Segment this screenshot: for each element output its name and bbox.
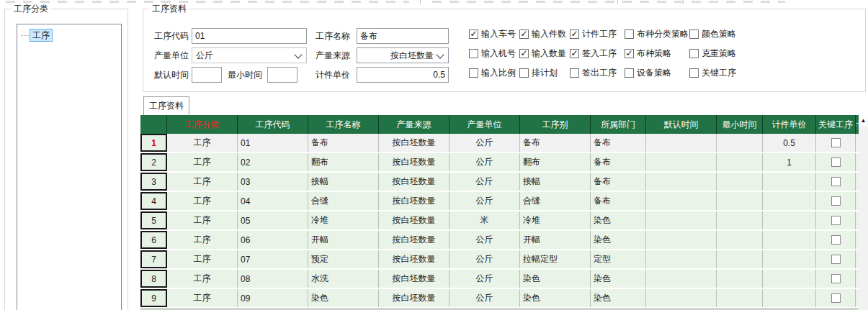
table-cell[interactable]: 备布 [520,134,591,152]
column-header[interactable]: 工序分类 [167,115,238,134]
table-cell[interactable]: 定型 [591,250,646,268]
table-cell[interactable] [816,173,856,191]
table-cell[interactable]: 公斤 [449,250,520,268]
checkbox-icon[interactable] [570,68,579,78]
table-cell[interactable]: 染色 [308,289,379,307]
table-cell[interactable] [816,270,856,288]
table-cell[interactable]: 按白坯数量 [379,134,449,152]
table-cell[interactable] [816,289,856,307]
tree-node-process[interactable]: 工序 [21,29,53,42]
form-checkbox[interactable]: 输入车号 [469,28,516,40]
table-cell[interactable] [717,250,763,268]
key-process-checkbox[interactable] [831,255,841,264]
checkbox-icon[interactable] [519,68,529,78]
table-cell[interactable] [646,289,717,307]
column-header[interactable]: 默认时间 [646,115,717,134]
table-cell[interactable] [717,289,763,307]
table-cell[interactable]: 按白坯数量 [379,231,449,249]
table-cell[interactable]: 0.5 [763,134,816,152]
form-checkbox[interactable]: 输入件数 [519,28,566,40]
table-cell[interactable]: 06 [238,231,308,249]
table-cell[interactable] [717,153,763,171]
table-cell[interactable]: 染色 [520,270,591,288]
form-checkbox[interactable]: 输入数量 [519,47,566,60]
tree-node-label[interactable]: 工序 [30,29,53,42]
key-process-checkbox[interactable] [831,235,841,245]
checkbox-icon[interactable] [469,49,478,58]
vertical-scrollbar[interactable]: ▲ [859,115,868,310]
checkbox-icon[interactable] [570,49,579,58]
table-cell[interactable]: 公斤 [449,289,520,307]
row-number-cell[interactable]: 8 [140,270,167,288]
table-cell[interactable]: 按白坯数量 [379,250,449,268]
column-header[interactable]: 工序名称 [308,115,379,134]
table-cell[interactable]: 工序 [167,211,238,229]
table-cell[interactable]: 染色 [591,289,646,307]
form-checkbox[interactable]: 布种策略 [625,47,671,60]
checkbox-icon[interactable] [570,29,579,39]
category-tree[interactable]: 工序 [17,24,122,310]
form-checkbox[interactable]: 排计划 [519,67,558,79]
table-cell[interactable] [763,192,816,210]
table-cell[interactable]: 备布 [591,134,646,152]
column-header[interactable]: 计件单价 [763,115,816,134]
row-number-cell[interactable]: 9 [140,289,167,307]
min-time-input[interactable] [267,67,297,83]
table-cell[interactable] [816,192,856,210]
table-cell[interactable] [646,192,717,210]
piece-price-input[interactable] [357,67,449,83]
table-cell[interactable]: 按白坯数量 [379,173,449,191]
checkbox-icon[interactable] [689,68,699,78]
column-header[interactable]: 产量来源 [379,115,449,134]
table-cell[interactable]: 工序 [167,134,238,152]
table-cell[interactable]: 工序 [167,270,238,288]
table-cell[interactable]: 公斤 [449,173,520,191]
key-process-checkbox[interactable] [831,138,841,147]
table-cell[interactable]: 公斤 [449,231,520,249]
row-number-cell[interactable]: 7 [140,250,167,268]
table-row[interactable]: 2工序02翻布按白坯数量公斤翻布备布1 [140,153,868,171]
table-cell[interactable]: 水洗 [308,270,379,288]
table-cell[interactable]: 01 [238,134,308,152]
table-cell[interactable] [646,211,717,229]
key-process-checkbox[interactable] [831,196,841,206]
table-cell[interactable] [816,250,856,268]
table-cell[interactable] [763,211,816,229]
table-cell[interactable] [763,173,816,191]
table-row[interactable]: 6工序06开幅按白坯数量公斤开幅染色 [140,231,868,249]
table-cell[interactable]: 染色 [520,289,591,307]
key-process-checkbox[interactable] [831,216,841,225]
table-cell[interactable]: 08 [238,270,308,288]
checkbox-icon[interactable] [469,29,478,39]
table-cell[interactable]: 合缝 [308,192,379,210]
process-name-input[interactable] [357,28,449,44]
table-cell[interactable]: 09 [238,289,308,307]
table-cell[interactable]: 染色 [591,211,646,229]
output-source-select[interactable]: 按白坯数量 [357,47,449,63]
form-checkbox[interactable]: 输入比例 [469,67,516,79]
table-cell[interactable]: 工序 [167,173,238,191]
table-cell[interactable]: 开幅 [520,231,591,249]
table-cell[interactable] [646,231,717,249]
table-cell[interactable]: 预定 [308,250,379,268]
table-cell[interactable] [763,231,816,249]
table-cell[interactable] [816,231,856,249]
table-cell[interactable]: 合缝 [520,192,591,210]
column-header[interactable]: 关键工序 [816,115,856,134]
checkbox-icon[interactable] [689,29,699,39]
table-cell[interactable]: 拉幅定型 [520,250,591,268]
table-cell[interactable]: 工序 [167,153,238,171]
table-row[interactable]: 9工序09染色按白坯数量公斤染色染色 [140,289,868,307]
table-cell[interactable]: 公斤 [449,134,520,152]
table-cell[interactable]: 按白坯数量 [379,192,449,210]
column-header[interactable]: 最小时间 [717,115,763,134]
table-cell[interactable]: 翻布 [308,153,379,171]
table-cell[interactable]: 开幅 [308,231,379,249]
table-row[interactable]: 8工序08水洗按白坯数量公斤染色染色 [140,270,868,288]
key-process-checkbox[interactable] [831,293,841,303]
table-cell[interactable] [646,173,717,191]
table-row[interactable]: 1工序01备布按白坯数量公斤备布备布0.5 [140,134,868,152]
form-checkbox[interactable]: 签入工序 [570,47,617,60]
table-cell[interactable] [646,153,717,171]
table-cell[interactable]: 03 [238,173,308,191]
